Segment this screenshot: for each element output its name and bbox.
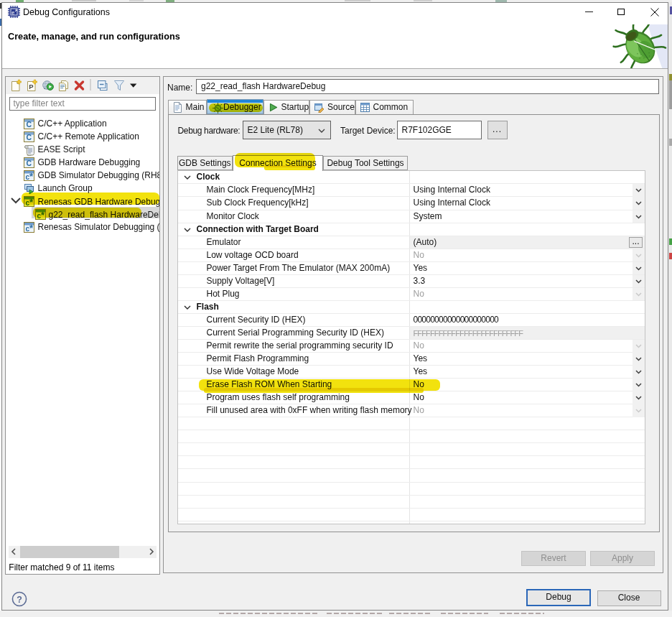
svg-text:e: e xyxy=(11,9,14,16)
svg-text:P: P xyxy=(29,83,34,91)
svg-text:?: ? xyxy=(17,594,22,604)
